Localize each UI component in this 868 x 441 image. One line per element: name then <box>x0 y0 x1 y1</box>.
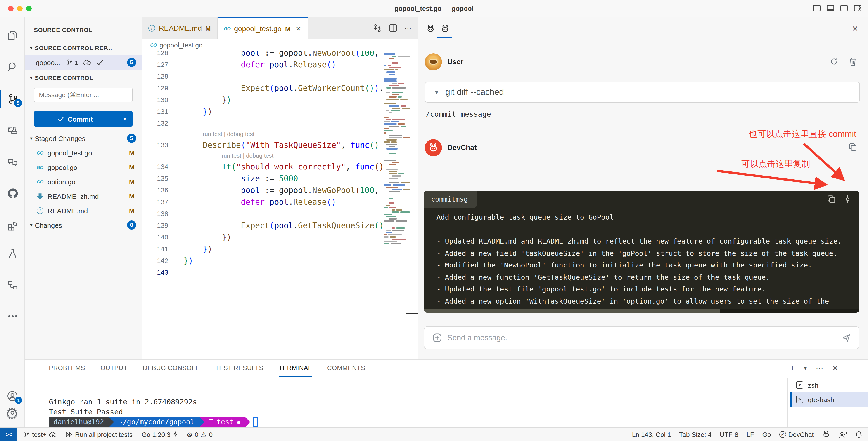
changes-header[interactable]: ▾ Changes 0 <box>25 218 142 232</box>
statusbar-devchat[interactable]: ✓ DevChat <box>779 431 814 438</box>
feedback-icon[interactable] <box>839 430 847 439</box>
code-line-136[interactable]: 136 pool := gopool.NewGoPool(100, <box>142 184 418 196</box>
activity-comments[interactable] <box>0 154 25 172</box>
code-line-128[interactable]: 128 <box>142 70 418 82</box>
activity-github[interactable] <box>0 184 25 202</box>
code-line-126[interactable]: 126 pool := gopool.NewGoPool(100, <box>142 50 418 59</box>
statusbar-problems[interactable]: ⊗0 ⚠0 <box>187 430 213 439</box>
delete-icon[interactable] <box>848 57 857 66</box>
code-line-131[interactable]: 131 }) <box>142 106 418 117</box>
new-terminal-icon[interactable]: + <box>790 363 795 373</box>
activity-more-views[interactable] <box>0 307 25 325</box>
staged-changes-header[interactable]: ▾ Staged Changes 5 <box>25 131 142 145</box>
toggle-sidebar-icon[interactable] <box>813 4 821 12</box>
activity-accounts[interactable]: 1 <box>0 387 25 405</box>
terminal-item-gte-bash[interactable]: >gte-bash <box>790 392 868 407</box>
tab-readme[interactable]: i README.md M <box>142 17 218 39</box>
statusbar-go-version[interactable]: Go 1.20.3 <box>142 431 178 438</box>
code-line-132[interactable]: 132 <box>142 117 418 129</box>
open-changes-icon[interactable] <box>373 24 382 32</box>
devchat-tab-2-rabbit-icon[interactable] <box>440 24 450 34</box>
activity-extensions[interactable] <box>0 216 25 235</box>
activity-explorer[interactable] <box>0 26 25 44</box>
staged-file-README.md[interactable]: iREADME.mdM <box>25 203 142 218</box>
close-panel-icon[interactable]: ✕ <box>852 24 858 33</box>
code-line-138[interactable]: 138 <box>142 208 418 219</box>
code-line-139[interactable]: 139 Expect(pool.GetTaskQueueSize() <box>142 219 418 231</box>
code-line-134[interactable]: 134 It("should work correctly", func() <box>142 161 418 173</box>
statusbar-eol[interactable]: LF <box>747 431 754 438</box>
commit-message-input[interactable]: Message (⌘Enter ... <box>34 88 132 102</box>
panel-tab-problems[interactable]: PROBLEMS <box>49 360 85 377</box>
code-line-129[interactable]: 129 Expect(pool.GetWorkerCount()). <box>142 82 418 94</box>
panel-more-icon[interactable]: ⋯ <box>816 364 824 373</box>
remote-indicator[interactable]: >< <box>0 428 17 441</box>
minimap[interactable] <box>382 50 410 359</box>
code-line-142[interactable]: 142}) <box>142 255 418 267</box>
activity-testing[interactable] <box>0 245 25 263</box>
codelens[interactable]: run test | debug test <box>142 151 418 161</box>
copy-message-icon[interactable] <box>848 143 857 151</box>
activity-source-control[interactable]: 5 <box>0 90 25 108</box>
repository-row[interactable]: gopoo... 1 5 <box>25 55 142 70</box>
breadcrumb[interactable]: GO gopool_test.go <box>142 39 418 50</box>
terminal-dropdown-icon[interactable]: ▾ <box>804 365 807 371</box>
code-line-135[interactable]: 135 size := 5000 <box>142 173 418 184</box>
code-line-130[interactable]: 130 }) <box>142 94 418 106</box>
copy-code-icon[interactable] <box>827 195 836 204</box>
customize-layout-icon[interactable] <box>854 4 862 12</box>
code-block-hscrollbar[interactable] <box>424 309 859 313</box>
statusbar-encoding[interactable]: UTF-8 <box>720 431 738 438</box>
code-line-127[interactable]: 127 defer pool.Release() <box>142 59 418 70</box>
activity-search[interactable] <box>0 58 25 76</box>
code-line-133[interactable]: 133 Describe("With TaskQueueSize", func(… <box>142 139 418 151</box>
repositories-section-header[interactable]: ▾ SOURCE CONTROL REP... <box>25 41 142 55</box>
code-line-141[interactable]: 141 }) <box>142 243 418 255</box>
terminal-prompt[interactable]: danielhu@192 ~/go/mycode/gopool test ● <box>49 417 258 428</box>
notifications-bell-icon[interactable] <box>855 430 863 439</box>
chat-input[interactable]: Send a message. <box>424 326 859 349</box>
staged-file-option.go[interactable]: GOoption.goM <box>25 174 142 189</box>
regenerate-icon[interactable] <box>830 57 839 66</box>
close-tab-icon[interactable]: ✕ <box>296 25 301 32</box>
scm-section-header[interactable]: ▾ SOURCE CONTROL <box>25 70 142 85</box>
user-command-box[interactable]: ▾ git diff --cached <box>425 82 860 103</box>
toggle-secondary-sidebar-icon[interactable] <box>840 4 848 12</box>
git-commit-icon[interactable] <box>843 195 852 204</box>
editor-more-icon[interactable]: ⋯ <box>404 24 412 32</box>
activity-references[interactable] <box>0 276 25 295</box>
staged-file-gopool.go[interactable]: GOgopool.goM <box>25 160 142 174</box>
send-icon[interactable] <box>841 333 851 342</box>
statusbar-tab-size[interactable]: Tab Size: 4 <box>679 431 712 438</box>
panel-tab-output[interactable]: OUTPUT <box>100 360 127 377</box>
panel-tab-debug-console[interactable]: DEBUG CONSOLE <box>143 360 200 377</box>
editor-panel-sash[interactable] <box>406 313 418 314</box>
terminal-item-zsh[interactable]: >zsh <box>790 378 868 392</box>
commit-button[interactable]: Commit ▾ <box>34 111 132 127</box>
commit-dropdown-button[interactable]: ▾ <box>117 116 132 122</box>
staged-file-gopool_test.go[interactable]: GOgopool_test.goM <box>25 145 142 160</box>
statusbar-language[interactable]: Go <box>762 431 771 438</box>
code-line-140[interactable]: 140 }) <box>142 231 418 243</box>
panel-tab-comments[interactable]: COMMENTS <box>327 360 365 377</box>
code-line-137[interactable]: 137 defer pool.Release() <box>142 196 418 208</box>
code-line-143[interactable]: 143 <box>142 267 418 278</box>
sidebar-more-icon[interactable]: ⋯ <box>128 26 135 34</box>
statusbar-line-col[interactable]: Ln 143, Col 1 <box>632 431 671 438</box>
codelens[interactable]: run test | debug test <box>142 129 418 139</box>
close-panel-icon[interactable]: ✕ <box>833 364 838 372</box>
panel-tab-test-results[interactable]: TEST RESULTS <box>215 360 263 377</box>
devchat-tab-1-rabbit-icon[interactable] <box>426 24 436 34</box>
cloud-upload-icon[interactable] <box>84 59 91 66</box>
statusbar-branch[interactable]: test+ <box>24 431 57 438</box>
activity-settings[interactable] <box>0 404 25 421</box>
tab-gopool-test[interactable]: GO gopool_test.go M ✕ <box>218 17 308 39</box>
devchat-rabbit-icon[interactable] <box>822 430 831 439</box>
staged-file-README_zh.md[interactable]: README_zh.mdM <box>25 189 142 203</box>
statusbar-run-tests[interactable]: Run all project tests <box>66 431 133 438</box>
commit-check-icon[interactable] <box>97 60 104 65</box>
activity-containers[interactable] <box>0 122 25 140</box>
toggle-panel-icon[interactable] <box>827 4 835 12</box>
split-editor-icon[interactable] <box>389 24 397 32</box>
panel-tab-terminal[interactable]: TERMINAL <box>279 360 312 377</box>
